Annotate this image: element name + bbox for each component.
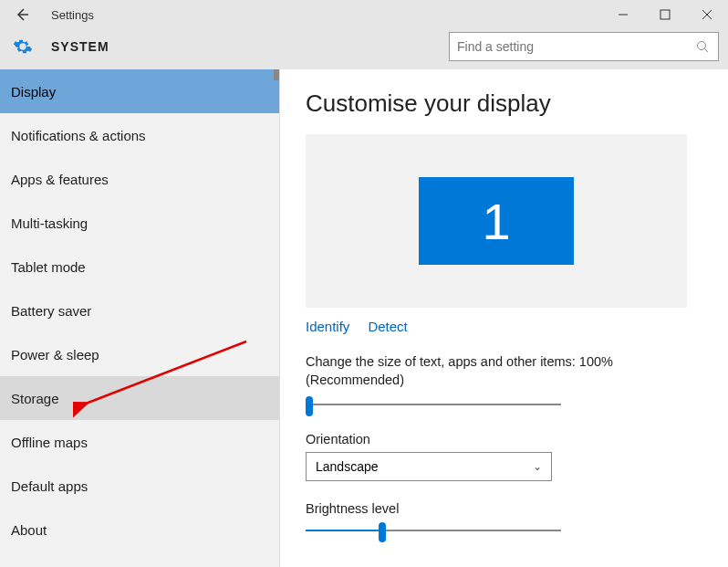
sidebar-item-power-sleep[interactable]: Power & sleep (0, 332, 279, 376)
minimize-icon (618, 9, 629, 20)
sidebar-item-display[interactable]: Display (0, 69, 279, 113)
header: SYSTEM (0, 29, 728, 69)
sidebar-item-battery-saver[interactable]: Battery saver (0, 289, 279, 332)
window-title: Settings (51, 8, 94, 22)
sidebar-item-label: Apps & features (11, 172, 109, 187)
sidebar-item-label: Default apps (11, 478, 88, 494)
monitor-number: 1 (482, 192, 510, 251)
window-controls (602, 0, 728, 29)
sidebar-item-label: Offline maps (11, 435, 88, 450)
slider-fill (306, 530, 382, 531)
orientation-label: Orientation (306, 432, 702, 446)
back-arrow-icon (14, 6, 30, 23)
search-input[interactable] (457, 39, 696, 54)
search-box[interactable] (449, 32, 719, 61)
scrollbar-nub[interactable] (274, 69, 279, 80)
monitor-tile-1[interactable]: 1 (419, 177, 574, 265)
orientation-value: Landscape (316, 459, 379, 474)
brightness-slider[interactable] (306, 521, 561, 540)
sidebar-item-notifications[interactable]: Notifications & actions (0, 113, 279, 157)
sidebar-item-multitasking[interactable]: Multi-tasking (0, 201, 279, 245)
sidebar-item-label: Battery saver (11, 303, 91, 319)
back-button[interactable] (0, 0, 44, 29)
display-preview-area: 1 (306, 134, 687, 308)
titlebar: Settings (0, 0, 728, 29)
sidebar-item-default-apps[interactable]: Default apps (0, 464, 279, 508)
search-icon (696, 40, 711, 53)
maximize-button[interactable] (644, 0, 686, 29)
slider-thumb[interactable] (306, 396, 313, 416)
scale-label: Change the size of text, apps and other … (306, 352, 702, 390)
sidebar-item-label: About (11, 522, 47, 538)
minimize-button[interactable] (602, 0, 644, 29)
close-button[interactable] (686, 0, 728, 29)
sidebar: Display Notifications & actions Apps & f… (0, 69, 280, 567)
svg-line-5 (705, 49, 709, 53)
slider-thumb[interactable] (379, 522, 386, 542)
sidebar-item-label: Power & sleep (11, 347, 99, 362)
sidebar-item-storage[interactable]: Storage (0, 376, 279, 420)
detect-link[interactable]: Detect (368, 319, 407, 334)
chevron-down-icon: ⌄ (533, 460, 542, 473)
body: Display Notifications & actions Apps & f… (0, 69, 728, 567)
identify-link[interactable]: Identify (306, 319, 349, 334)
sidebar-item-offline-maps[interactable]: Offline maps (0, 420, 279, 464)
maximize-icon (660, 9, 671, 20)
svg-rect-1 (660, 10, 670, 19)
sidebar-item-label: Display (11, 84, 56, 100)
sidebar-item-label: Tablet mode (11, 259, 86, 275)
svg-point-4 (698, 42, 706, 50)
sidebar-item-label: Notifications & actions (11, 128, 146, 143)
scale-slider[interactable] (306, 395, 561, 414)
main-panel: Customise your display 1 Identify Detect… (280, 69, 728, 567)
settings-gear-icon (13, 37, 33, 57)
display-actions: Identify Detect (306, 319, 702, 334)
sidebar-item-apps-features[interactable]: Apps & features (0, 157, 279, 201)
brightness-label: Brightness level (306, 501, 702, 516)
sidebar-item-about[interactable]: About (0, 508, 279, 551)
slider-track (306, 404, 561, 405)
sidebar-item-label: Storage (11, 391, 59, 406)
sidebar-item-tablet-mode[interactable]: Tablet mode (0, 245, 279, 289)
page-title: Customise your display (306, 89, 702, 118)
close-icon (702, 9, 712, 20)
orientation-select[interactable]: Landscape ⌄ (306, 452, 552, 481)
sidebar-item-label: Multi-tasking (11, 215, 88, 231)
header-label: SYSTEM (51, 39, 109, 54)
